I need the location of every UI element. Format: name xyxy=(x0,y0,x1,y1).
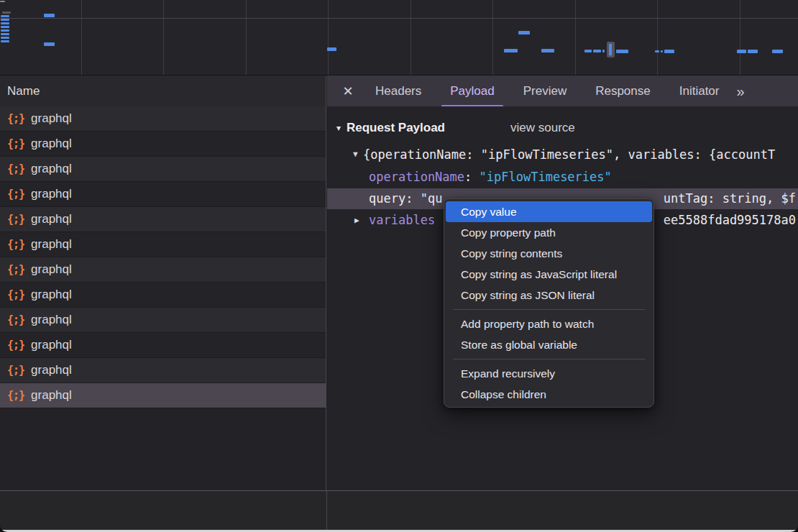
request-timing-bar xyxy=(748,50,758,53)
menu-item-copy-value[interactable]: Copy value xyxy=(446,201,652,222)
network-request-row[interactable]: {;}graphql xyxy=(0,182,326,207)
network-request-row[interactable]: {;}graphql xyxy=(0,106,326,132)
panel-divider xyxy=(326,491,327,530)
payload-operationname-row[interactable]: operationName: "ipFlowTimeseries" xyxy=(327,167,798,188)
json-request-icon: {;} xyxy=(7,288,24,301)
request-timing-bar xyxy=(602,50,605,52)
gridline xyxy=(81,0,82,75)
menu-separator xyxy=(453,309,645,310)
request-name: graphql xyxy=(31,388,72,403)
request-timing-bar xyxy=(1,37,9,39)
network-request-row[interactable]: {;}graphql xyxy=(0,132,326,157)
key-separator: : xyxy=(464,170,479,184)
request-timing-bar xyxy=(593,50,601,52)
property-key: variables xyxy=(369,213,435,227)
json-request-icon: {;} xyxy=(7,263,24,276)
request-timing-bar xyxy=(616,50,628,53)
network-request-row[interactable]: {;}graphql xyxy=(0,333,326,358)
network-request-row[interactable]: {;}graphql xyxy=(0,257,326,283)
menu-item-copy-property-path[interactable]: Copy property path xyxy=(446,222,652,243)
menu-item-add-property-path-to-watch[interactable]: Add property path to watch xyxy=(446,313,652,334)
gridline xyxy=(740,0,740,75)
request-timing-bar xyxy=(1,15,9,17)
json-request-icon: {;} xyxy=(7,112,24,125)
request-timing-bar xyxy=(541,49,554,52)
network-request-row[interactable]: {;}graphql xyxy=(0,358,326,383)
json-request-icon: {;} xyxy=(7,339,24,352)
json-request-icon: {;} xyxy=(7,238,24,251)
hovered-request-tick xyxy=(609,44,612,55)
request-name: graphql xyxy=(31,288,72,302)
request-timing-bar xyxy=(737,50,746,53)
summary-footer xyxy=(0,491,798,530)
section-expand-icon[interactable]: ▾ xyxy=(336,117,341,139)
request-timing-bar xyxy=(664,50,674,53)
request-name: graphql xyxy=(31,187,72,201)
tab-preview[interactable]: Preview xyxy=(513,75,577,107)
json-request-icon: {;} xyxy=(7,313,24,326)
expanded-arrow-icon[interactable]: ▼ xyxy=(353,145,358,165)
name-column-label: Name xyxy=(7,84,40,98)
menu-separator xyxy=(453,359,645,359)
request-name: graphql xyxy=(31,137,72,151)
tab-response[interactable]: Response xyxy=(585,75,661,107)
request-name: graphql xyxy=(31,338,72,352)
tab-initiator[interactable]: Initiator xyxy=(669,75,730,107)
network-request-row[interactable]: {;}graphql xyxy=(0,157,326,182)
request-timing-bar xyxy=(518,31,530,35)
tab-headers[interactable]: Headers xyxy=(365,75,431,107)
collapsed-arrow-icon[interactable]: ▶ xyxy=(354,210,359,231)
gridline xyxy=(163,0,164,75)
json-request-icon: {;} xyxy=(7,389,24,402)
request-name: graphql xyxy=(31,162,72,176)
json-request-icon: {;} xyxy=(7,162,24,175)
gridline xyxy=(575,0,576,75)
menu-item-copy-string-js-literal[interactable]: Copy string as JavaScript literal xyxy=(446,264,652,285)
request-timing-bar xyxy=(44,14,55,17)
request-name: graphql xyxy=(31,313,72,327)
request-name: graphql xyxy=(31,262,72,277)
payload-root-row[interactable]: ▼ {operationName: "ipFlowTimeseries", va… xyxy=(327,145,798,165)
network-request-row[interactable]: {;}graphql xyxy=(0,283,326,308)
more-tabs-icon[interactable]: » xyxy=(736,83,743,100)
request-payload-section[interactable]: ▾ Request Payload view source xyxy=(327,117,798,139)
network-request-row-selected[interactable]: {;}graphql xyxy=(0,383,326,408)
request-name: graphql xyxy=(31,237,72,252)
network-request-row[interactable]: {;}graphql xyxy=(0,207,326,232)
gridline xyxy=(246,0,247,75)
json-request-icon: {;} xyxy=(7,188,24,201)
network-request-row[interactable]: {;}graphql xyxy=(0,308,326,333)
json-request-icon: {;} xyxy=(7,213,24,226)
payload-root-preview: {operationName: "ipFlowTimeseries", vari… xyxy=(363,145,775,165)
request-timing-bar xyxy=(584,50,592,52)
details-tab-bar: ✕ Headers Payload Preview Response Initi… xyxy=(327,75,798,107)
hovered-request-marker xyxy=(607,42,615,58)
request-name: graphql xyxy=(31,212,72,226)
devtools-window: Name ✕ Headers Payload Preview Response … xyxy=(0,0,798,532)
tab-payload[interactable]: Payload xyxy=(440,75,504,107)
request-timing-bar xyxy=(2,12,11,14)
property-key: operationName xyxy=(369,170,464,184)
request-timing-bar xyxy=(1,22,9,24)
name-column-header[interactable]: Name xyxy=(0,75,326,107)
network-request-row[interactable]: {;}graphql xyxy=(0,232,326,257)
request-timing-bar xyxy=(1,33,9,35)
request-timing-bar xyxy=(655,50,659,52)
menu-item-expand-recursively[interactable]: Expand recursively xyxy=(446,363,652,384)
request-timing-bar xyxy=(1,19,9,21)
header-row: Name ✕ Headers Payload Preview Response … xyxy=(0,75,798,106)
context-menu: Copy value Copy property path Copy strin… xyxy=(444,198,654,408)
request-timing-bar xyxy=(772,50,783,53)
property-value-right: ee5588fdad995178a0 xyxy=(664,210,796,231)
request-timing-bar xyxy=(0,1,5,2)
view-source-toggle[interactable]: view source xyxy=(510,117,575,139)
menu-item-collapse-children[interactable]: Collapse children xyxy=(446,384,652,405)
menu-item-store-as-global-variable[interactable]: Store as global variable xyxy=(446,334,652,355)
request-timing-bar xyxy=(1,40,9,42)
network-overview-timeline[interactable] xyxy=(0,0,798,75)
menu-item-copy-string-json-literal[interactable]: Copy string as JSON literal xyxy=(446,285,652,306)
request-name: graphql xyxy=(31,111,72,126)
close-icon[interactable]: ✕ xyxy=(339,83,357,99)
gridline xyxy=(328,0,329,75)
menu-item-copy-string-contents[interactable]: Copy string contents xyxy=(446,243,652,264)
